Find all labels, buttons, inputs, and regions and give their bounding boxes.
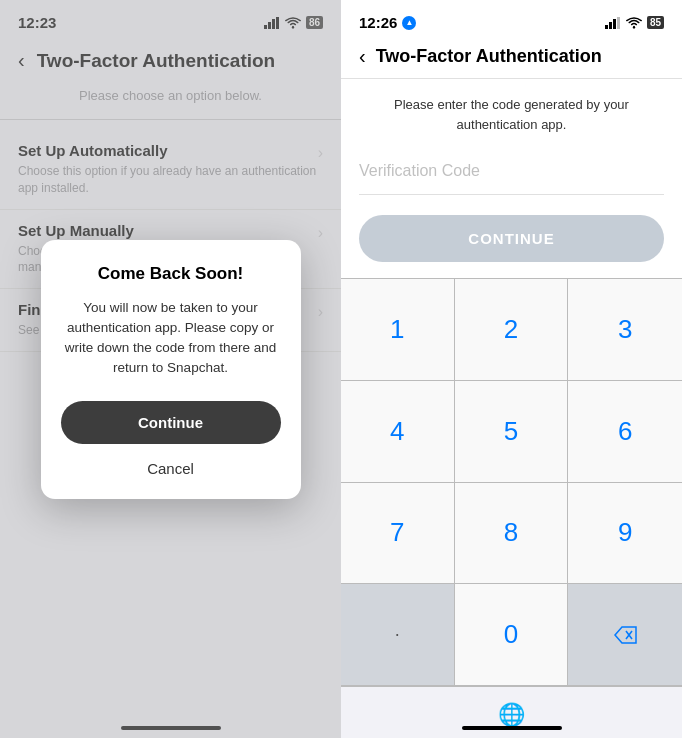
numpad-key-3[interactable]: 3: [568, 279, 682, 381]
right-header: ‹ Two-Factor Authentication: [341, 39, 682, 79]
svg-rect-8: [617, 17, 620, 29]
modal-continue-button[interactable]: Continue: [61, 401, 281, 444]
come-back-modal: Come Back Soon! You will now be taken to…: [41, 240, 301, 499]
right-battery: 85: [647, 16, 664, 29]
svg-rect-7: [613, 19, 616, 29]
numpad-key-6[interactable]: 6: [568, 381, 682, 483]
right-signal-icon: [605, 17, 621, 29]
numpad-key-1[interactable]: 1: [341, 279, 455, 381]
modal-backdrop: Come Back Soon! You will now be taken to…: [0, 0, 341, 738]
numpad-key-9[interactable]: 9: [568, 483, 682, 585]
numpad-key-dot[interactable]: ·: [341, 584, 455, 686]
right-description: Please enter the code generated by your …: [341, 79, 682, 144]
right-status-icons: 85: [605, 16, 664, 29]
continue-btn-area: CONTINUE: [341, 195, 682, 278]
modal-cancel-button[interactable]: Cancel: [143, 456, 198, 481]
backspace-icon: [613, 626, 637, 644]
svg-rect-5: [605, 25, 608, 29]
right-bottom-bar: 🌐: [341, 686, 682, 738]
numpad-key-0[interactable]: 0: [455, 584, 569, 686]
numpad-key-8[interactable]: 8: [455, 483, 569, 585]
numpad-key-delete[interactable]: [568, 584, 682, 686]
left-screen: 12:23 86 ‹ Two-Factor Authentication: [0, 0, 341, 738]
location-icon: ▲: [402, 16, 416, 30]
svg-point-9: [633, 26, 635, 28]
numpad-key-7[interactable]: 7: [341, 483, 455, 585]
modal-title: Come Back Soon!: [61, 264, 281, 284]
svg-rect-6: [609, 22, 612, 29]
numpad-key-2[interactable]: 2: [455, 279, 569, 381]
right-back-arrow[interactable]: ‹: [359, 45, 366, 68]
numpad-key-4[interactable]: 4: [341, 381, 455, 483]
continue-button[interactable]: CONTINUE: [359, 215, 664, 262]
modal-body: You will now be taken to your authentica…: [61, 298, 281, 379]
right-time: 12:26: [359, 14, 397, 31]
right-page-title: Two-Factor Authentication: [376, 46, 602, 67]
right-screen: 12:26 ▲ 85 ‹ Two-Factor Authentication: [341, 0, 682, 738]
right-home-indicator: [462, 726, 562, 730]
right-status-bar: 12:26 ▲ 85: [341, 0, 682, 39]
right-content: CONTINUE 1 2 3 4 5 6 7 8 9 · 0: [341, 195, 682, 738]
verification-placeholder: Verification Code: [359, 162, 480, 179]
numpad: 1 2 3 4 5 6 7 8 9 · 0: [341, 278, 682, 686]
right-wifi-icon: [626, 17, 642, 29]
numpad-key-5[interactable]: 5: [455, 381, 569, 483]
globe-icon[interactable]: 🌐: [498, 702, 525, 728]
right-status-left: 12:26 ▲: [359, 14, 416, 31]
verification-input-area[interactable]: Verification Code: [359, 148, 664, 195]
